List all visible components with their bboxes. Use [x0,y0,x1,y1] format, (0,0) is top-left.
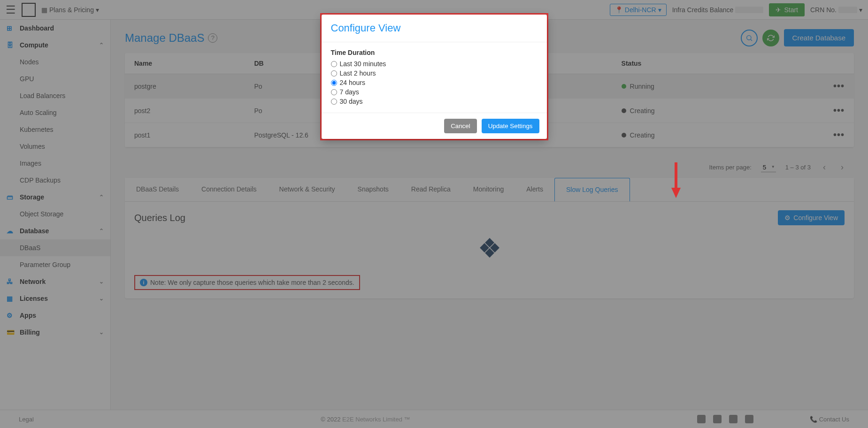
radio-option-2hours[interactable]: Last 2 hours [331,69,538,78]
radio-option-24hours[interactable]: 24 hours [331,78,538,87]
radio-option-30days[interactable]: 30 days [331,97,538,106]
radio-option-7days[interactable]: 7 days [331,87,538,97]
modal-title: Configure View [331,22,538,34]
modal-highlight-border: Configure View Time Duration Last 30 min… [320,13,548,140]
svg-marker-3 [671,188,681,198]
radio-option-30min[interactable]: Last 30 minutes [331,59,538,69]
time-duration-label: Time Duration [331,49,538,56]
configure-view-modal: Configure View Time Duration Last 30 min… [322,15,547,139]
annotation-arrow [670,162,682,198]
update-settings-button[interactable]: Update Settings [482,119,539,133]
cancel-button[interactable]: Cancel [444,119,477,133]
